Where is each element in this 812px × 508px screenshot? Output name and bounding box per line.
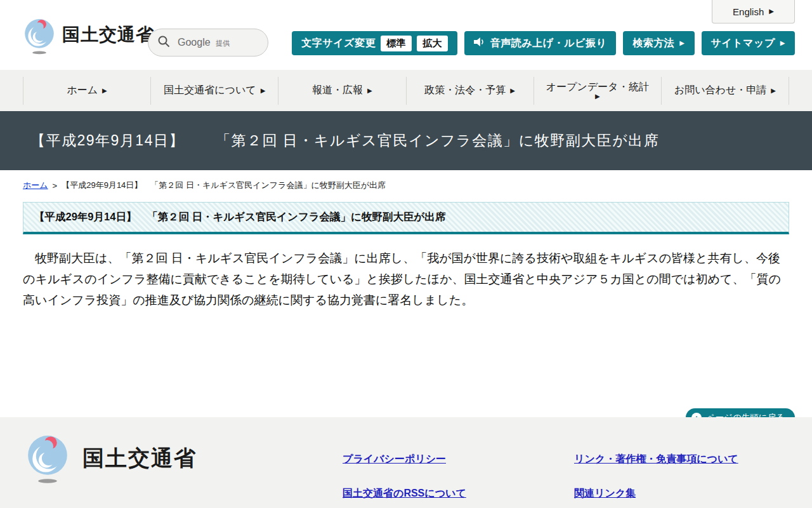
nav-item-home[interactable]: ホーム ▶ — [23, 77, 150, 105]
nav-item-about[interactable]: 国土交通省について ▶ — [150, 77, 278, 105]
chevron-right-icon: ▶ — [510, 88, 515, 94]
site-footer: 国土交通省 プライバシーポリシー 国土交通省のRSSについて リンク・著作権・免… — [0, 417, 812, 508]
search-provider-suffix: 提供 — [216, 39, 230, 47]
nav-label: 政策・法令・予算 — [424, 84, 506, 97]
mlit-logo-icon — [23, 18, 56, 57]
footer-link-rss[interactable]: 国土交通省のRSSについて — [343, 487, 466, 500]
header-buttons: 文字サイズ変更 標準 拡大 音声読み上げ・ルビ振り 検索方法 ▶ サイトマップ — [292, 31, 795, 55]
audio-read-button[interactable]: 音声読み上げ・ルビ振り — [464, 31, 616, 55]
footer-links-column-1: プライバシーポリシー 国土交通省のRSSについて — [343, 453, 466, 500]
search-method-label: 検索方法 — [632, 37, 674, 50]
sitemap-button[interactable]: サイトマップ ▶ — [702, 31, 795, 55]
nav-item-policy[interactable]: 政策・法令・予算 ▶ — [406, 77, 534, 105]
breadcrumb-separator: > — [53, 181, 58, 190]
chevron-right-icon: ▶ — [367, 88, 372, 94]
chevron-right-icon: ▶ — [780, 40, 785, 46]
article-body-text: 牧野副大臣は、「第２回 日・キルギス官民インフラ会議」に出席し、「我が国が世界に… — [23, 248, 789, 311]
breadcrumb-current: 【平成29年9月14日】 「第２回 日・キルギス官民インフラ会議」に牧野副大臣が… — [62, 180, 386, 191]
page-title: 【平成29年9月14日】 「第２回 日・キルギス官民インフラ会議」に牧野副大臣が… — [30, 131, 659, 150]
footer-link-related[interactable]: 関連リンク集 — [574, 487, 738, 500]
nav-label: お問い合わせ・申請 — [674, 84, 767, 97]
search-method-button[interactable]: 検索方法 ▶ — [623, 31, 694, 55]
nav-label: ホーム — [67, 84, 98, 97]
nav-label: オープンデータ・統計 — [546, 81, 649, 93]
footer-site-title: 国土交通省 — [82, 444, 197, 473]
site-title: 国土交通省 — [62, 23, 154, 47]
font-size-standard-button[interactable]: 標準 — [381, 36, 412, 51]
article-heading: 【平成29年9月14日】 「第２回 日・キルギス官民インフラ会議」に牧野副大臣が… — [23, 202, 789, 234]
font-size-large-button[interactable]: 拡大 — [417, 36, 448, 51]
page: English ▶ 国土交通省 — [0, 0, 812, 508]
chevron-right-icon: ▶ — [679, 40, 684, 46]
chevron-right-icon: ▶ — [595, 93, 600, 100]
site-logo[interactable]: 国土交通省 — [23, 18, 154, 57]
footer-link-privacy[interactable]: プライバシーポリシー — [343, 453, 466, 466]
sitemap-label: サイトマップ — [711, 37, 775, 50]
speaker-icon — [474, 37, 485, 50]
font-size-label: 文字サイズ変更 — [301, 37, 376, 50]
search-input[interactable]: Google 提供 — [148, 29, 268, 57]
search-icon — [157, 35, 170, 50]
font-size-control: 文字サイズ変更 標準 拡大 — [292, 31, 457, 55]
footer-logo[interactable]: 国土交通省 — [25, 434, 197, 486]
search-provider-label: Google — [178, 37, 211, 48]
english-label: English — [733, 6, 764, 17]
chevron-right-icon: ▶ — [102, 88, 107, 94]
chevron-right-icon: ▶ — [261, 88, 266, 94]
nav-label: 報道・広報 — [312, 84, 363, 97]
footer-link-copyright[interactable]: リンク・著作権・免責事項について — [574, 453, 738, 466]
nav-label: 国土交通省について — [164, 84, 256, 97]
breadcrumb-home-link[interactable]: ホーム — [23, 180, 48, 191]
nav-item-opendata[interactable]: オープンデータ・統計 ▶ — [534, 77, 661, 105]
page-title-banner: 【平成29年9月14日】 「第２回 日・キルギス官民インフラ会議」に牧野副大臣が… — [0, 111, 812, 170]
chevron-right-icon: ▶ — [771, 88, 776, 94]
mlit-logo-icon — [25, 434, 70, 486]
audio-read-label: 音声読み上げ・ルビ振り — [490, 37, 606, 50]
english-button[interactable]: English ▶ — [712, 0, 795, 23]
breadcrumb: ホーム > 【平成29年9月14日】 「第２回 日・キルギス官民インフラ会議」に… — [0, 170, 812, 197]
chevron-right-icon: ▶ — [769, 8, 774, 15]
site-header: English ▶ 国土交通省 — [0, 0, 812, 70]
nav-item-contact[interactable]: お問い合わせ・申請 ▶ — [661, 77, 789, 105]
footer-links-column-2: リンク・著作権・免責事項について 関連リンク集 — [574, 453, 738, 500]
nav-item-press[interactable]: 報道・広報 ▶ — [278, 77, 405, 105]
global-nav: ホーム ▶ 国土交通省について ▶ 報道・広報 ▶ 政策・法令・予算 ▶ オープ… — [0, 70, 812, 111]
